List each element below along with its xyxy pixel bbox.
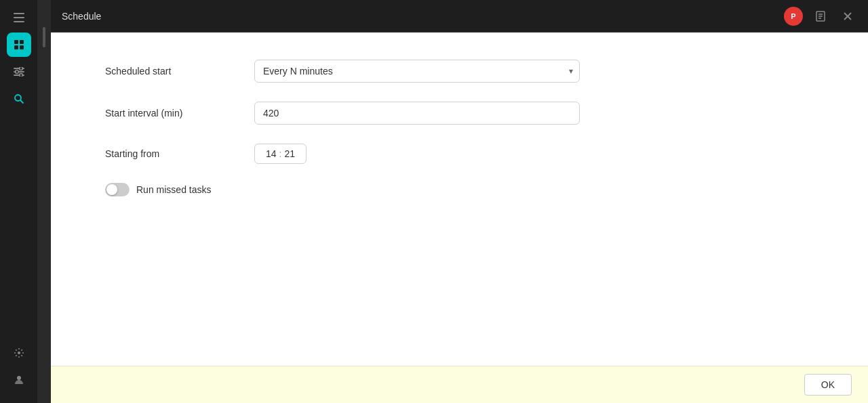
dialog-area: Scheduled start Every N minutes Every N …	[51, 33, 868, 403]
svg-point-16	[15, 95, 21, 101]
titlebar: Schedule P	[51, 0, 868, 33]
svg-line-17	[20, 100, 24, 104]
sidebar	[0, 0, 37, 403]
svg-rect-2	[14, 21, 24, 22]
starting-from-label: Starting from	[105, 148, 241, 159]
ok-button[interactable]: OK	[804, 374, 852, 396]
run-missed-tasks-toggle[interactable]	[105, 183, 130, 196]
main-area: Schedule P	[51, 0, 868, 403]
menu-icon[interactable]	[7, 5, 31, 30]
svg-rect-4	[20, 40, 24, 44]
svg-rect-5	[14, 45, 18, 49]
sidebar-settings-icon[interactable]	[7, 341, 31, 365]
svg-rect-6	[20, 45, 24, 49]
scheduled-start-wrapper: Every N minutes Every N hours Daily Week…	[254, 60, 580, 83]
dialog-title: Schedule	[62, 11, 776, 22]
start-interval-row: Start interval (min)	[105, 102, 814, 125]
titlebar-actions: P	[784, 7, 857, 26]
time-separator: :	[279, 148, 282, 159]
run-missed-tasks-row: Run missed tasks	[105, 183, 814, 196]
search-icon[interactable]	[7, 87, 31, 111]
sidebar-user-icon[interactable]	[7, 368, 31, 392]
scheduled-start-select[interactable]: Every N minutes Every N hours Daily Week…	[254, 60, 580, 83]
run-missed-tasks-label: Run missed tasks	[136, 184, 211, 195]
sliders-icon[interactable]	[7, 60, 31, 84]
start-interval-input[interactable]	[254, 102, 580, 125]
scheduled-start-label: Scheduled start	[105, 66, 241, 77]
svg-point-19	[17, 376, 21, 380]
svg-point-18	[18, 352, 20, 354]
starting-from-row: Starting from 14 : 21	[105, 144, 814, 164]
dialog-footer: OK	[51, 366, 868, 403]
user-avatar-button[interactable]: P	[784, 7, 803, 26]
dialog-body: Scheduled start Every N minutes Every N …	[51, 33, 868, 366]
time-display-wrapper: 14 : 21	[254, 144, 307, 164]
scheduled-start-row: Scheduled start Every N minutes Every N …	[105, 60, 814, 83]
svg-point-12	[15, 70, 18, 74]
time-minute: 21	[284, 148, 295, 159]
start-interval-label: Start interval (min)	[105, 108, 241, 119]
secondary-sidebar	[37, 0, 51, 403]
time-display[interactable]: 14 : 21	[254, 144, 307, 164]
svg-rect-0	[14, 13, 24, 14]
svg-rect-3	[14, 40, 18, 44]
time-hour: 14	[266, 148, 277, 159]
toggle-knob	[106, 184, 117, 195]
close-button[interactable]	[838, 7, 857, 26]
svg-point-15	[19, 74, 22, 77]
book-icon-button[interactable]	[811, 7, 830, 26]
sidebar2-indicator	[43, 27, 45, 47]
logo-icon[interactable]	[7, 33, 31, 57]
svg-point-9	[19, 67, 22, 70]
svg-rect-1	[14, 17, 24, 18]
